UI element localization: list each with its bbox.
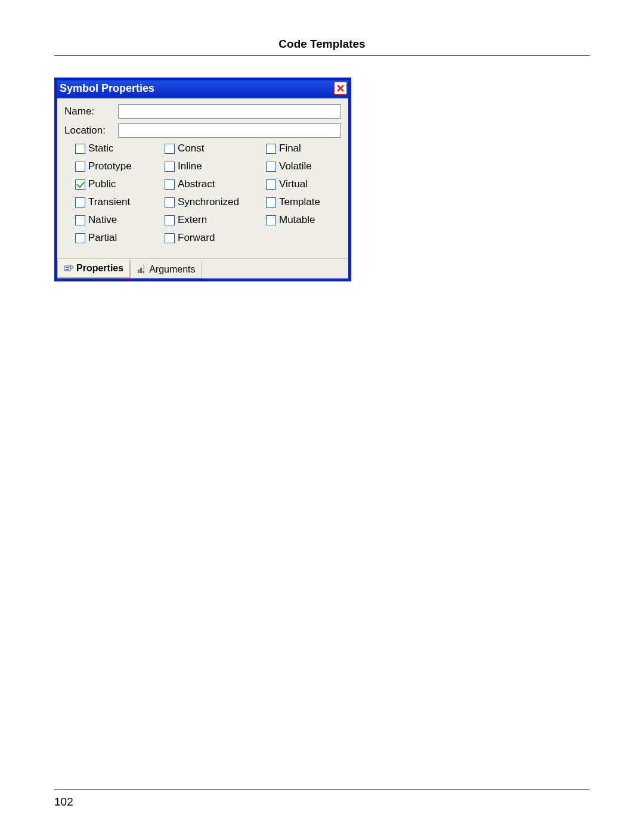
page-header: Code Templates: [54, 38, 590, 56]
checkbox-partial[interactable]: Partial: [75, 232, 165, 244]
checkbox-label: Forward: [178, 232, 215, 244]
checkbox-label: Volatile: [279, 160, 312, 172]
checkbox-icon: [266, 215, 276, 225]
checkbox-label: Const: [178, 143, 204, 154]
page-footer: 102: [54, 789, 590, 809]
dialog-body: Name: Location: Static Const Final Proto…: [57, 98, 348, 278]
checkbox-label: Native: [88, 214, 117, 226]
svg-text:): ): [143, 265, 144, 269]
close-button[interactable]: [334, 82, 347, 95]
document-page: Code Templates Symbol Properties Name: L…: [0, 0, 644, 833]
checkbox-icon: [75, 197, 85, 208]
checkbox-forward[interactable]: Forward: [165, 232, 266, 244]
svg-rect-6: [138, 270, 140, 273]
tab-label: Arguments: [149, 264, 195, 275]
close-icon: [336, 84, 345, 92]
checkbox-icon: [75, 162, 85, 172]
checkbox-icon: [266, 179, 276, 190]
checkbox-icon: [75, 233, 85, 243]
checkbox-icon: [165, 215, 175, 225]
dialog-title: Symbol Properties: [60, 82, 154, 95]
symbol-properties-dialog: Symbol Properties Name: Location:: [54, 78, 351, 281]
checkbox-final[interactable]: Final: [266, 143, 349, 154]
checkbox-abstract[interactable]: Abstract: [165, 178, 266, 190]
checkbox-const[interactable]: Const: [165, 143, 266, 154]
checkbox-synchronized[interactable]: Synchronized: [165, 196, 266, 208]
location-label: Location:: [64, 125, 118, 137]
svg-rect-2: [64, 266, 70, 271]
svg-rect-8: [143, 271, 144, 273]
checkbox-label: Prototype: [88, 160, 132, 172]
checkbox-icon: [165, 144, 175, 154]
svg-rect-3: [66, 267, 69, 268]
name-label: Name:: [64, 106, 118, 117]
dialog-titlebar[interactable]: Symbol Properties: [57, 80, 348, 98]
checkbox-icon: [266, 197, 276, 208]
checkbox-static[interactable]: Static: [75, 143, 165, 154]
checkbox-label: Static: [88, 143, 114, 154]
checkbox-icon: [165, 233, 175, 243]
tab-label: Properties: [76, 263, 123, 274]
checkbox-label: Abstract: [178, 178, 215, 190]
properties-icon: [64, 264, 73, 273]
checkbox-icon: [165, 162, 175, 172]
svg-rect-7: [140, 268, 142, 273]
checkbox-volatile[interactable]: Volatile: [266, 160, 349, 172]
checkbox-icon: [75, 179, 85, 190]
checkbox-icon: [165, 179, 175, 190]
page-number: 102: [54, 795, 73, 808]
checkbox-extern[interactable]: Extern: [165, 214, 266, 226]
location-row: Location:: [64, 123, 341, 138]
checkbox-template[interactable]: Template: [266, 196, 349, 208]
checkbox-label: Public: [88, 178, 116, 190]
checkbox-grid: Static Const Final Prototype Inline Vola…: [75, 143, 341, 244]
checkbox-icon: [75, 215, 85, 225]
checkbox-virtual[interactable]: Virtual: [266, 178, 349, 190]
name-input[interactable]: [118, 104, 341, 119]
name-row: Name:: [64, 104, 341, 119]
dialog-tabbar: Properties ) Arguments: [57, 258, 348, 278]
checkbox-icon: [266, 162, 276, 172]
checkbox-label: Mutable: [279, 214, 315, 226]
arguments-icon: ): [137, 265, 146, 274]
checkbox-label: Synchronized: [178, 196, 239, 208]
checkbox-label: Extern: [178, 214, 207, 226]
checkbox-icon: [266, 144, 276, 154]
checkbox-public[interactable]: Public: [75, 178, 165, 190]
checkbox-label: Partial: [88, 232, 117, 244]
checkbox-inline[interactable]: Inline: [165, 160, 266, 172]
tab-properties[interactable]: Properties: [57, 259, 130, 278]
tab-arguments[interactable]: ) Arguments: [130, 261, 202, 278]
checkbox-label: Final: [279, 143, 301, 154]
checkbox-label: Transient: [88, 196, 130, 208]
checkbox-mutable[interactable]: Mutable: [266, 214, 349, 226]
svg-rect-4: [66, 269, 69, 270]
checkbox-native[interactable]: Native: [75, 214, 165, 226]
checkbox-icon: [165, 197, 175, 208]
checkbox-label: Inline: [178, 160, 202, 172]
checkbox-prototype[interactable]: Prototype: [75, 160, 165, 172]
checkbox-empty: [266, 232, 349, 244]
checkbox-label: Template: [279, 196, 320, 208]
checkbox-icon: [75, 144, 85, 154]
checkbox-transient[interactable]: Transient: [75, 196, 165, 208]
checkbox-label: Virtual: [279, 178, 308, 190]
form-area: Name: Location: Static Const Final Proto…: [57, 98, 348, 258]
location-input[interactable]: [118, 123, 341, 138]
